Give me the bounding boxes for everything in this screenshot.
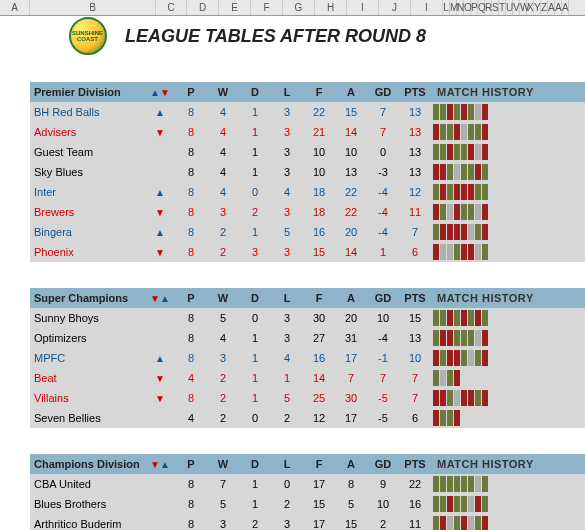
col-GD[interactable]: GD [367,292,399,304]
col-W[interactable]: W [207,458,239,470]
stat-D: 0 [239,412,271,424]
stat-A: 10 [335,146,367,158]
hist-w [433,496,439,512]
col-GD[interactable]: GD [367,86,399,98]
col-F[interactable]: F [303,86,335,98]
col-F[interactable]: F [303,458,335,470]
col-L[interactable]: L [271,86,303,98]
stat-PTS: 11 [399,206,431,218]
stat-W: 4 [207,126,239,138]
stat-F: 18 [303,186,335,198]
stat-F: 25 [303,392,335,404]
match-history [431,496,585,512]
sort-arrows[interactable]: ▼▲ [145,293,175,304]
stat-GD: -3 [367,166,399,178]
table-row: Sunny Bhoys850330201015 [30,308,585,328]
hist-w [461,204,467,220]
table-row: BH Red Balls▲84132215713 [30,102,585,122]
sort-arrows[interactable]: ▼▲ [145,459,175,470]
stat-F: 15 [303,246,335,258]
stat-PTS: 22 [399,478,431,490]
col-D[interactable]: D [239,458,271,470]
stat-F: 21 [303,126,335,138]
hist-d [475,104,481,120]
stat-L: 3 [271,518,303,530]
division-name: Super Champions [30,292,145,304]
hist-l [482,224,488,240]
stat-F: 17 [303,518,335,530]
hist-l [482,104,488,120]
stat-PTS: 13 [399,106,431,118]
hist-w [440,310,446,326]
col-PTS[interactable]: PTS [399,458,431,470]
hist-w [454,144,460,160]
stat-W: 4 [207,146,239,158]
hist-w [440,350,446,366]
col-P[interactable]: P [175,292,207,304]
stat-W: 5 [207,498,239,510]
stat-PTS: 11 [399,518,431,530]
hist-l [440,224,446,240]
col-D[interactable]: D [239,86,271,98]
col-PTS[interactable]: PTS [399,86,431,98]
table-row: MPFC▲83141617-110 [30,348,585,368]
stat-D: 1 [239,332,271,344]
stat-P: 8 [175,478,207,490]
table-row: CBA United8710178922 [30,474,585,494]
hist-d [454,164,460,180]
col-L[interactable]: L [271,458,303,470]
match-history [431,350,585,366]
team-name: Advisers [30,126,145,138]
hist-d [440,244,446,260]
stat-W: 4 [207,332,239,344]
hist-l [461,224,467,240]
team-name: Blues Brothers [30,498,145,510]
sort-arrows[interactable]: ▲▼ [145,87,175,98]
column-headers: ABCDEFGHIJILMNOPQRSTUVWXYZAAA [0,0,585,16]
hist-l [468,184,474,200]
hist-l [454,124,460,140]
stat-W: 4 [207,106,239,118]
col-A[interactable]: A [335,86,367,98]
title-row: SUNSHINECOAST LEAGUE TABLES AFTER ROUND … [30,16,585,56]
hist-w [475,124,481,140]
hist-e [482,410,488,426]
hist-w [440,496,446,512]
col-A[interactable]: A [335,292,367,304]
col-W[interactable]: W [207,292,239,304]
history-header: MATCH HISTORY [431,292,585,304]
col-P[interactable]: P [175,458,207,470]
stat-L: 2 [271,412,303,424]
stat-W: 3 [207,518,239,530]
stat-L: 5 [271,226,303,238]
hist-w [454,310,460,326]
col-L[interactable]: L [271,292,303,304]
stat-GD: 0 [367,146,399,158]
col-F[interactable]: F [303,292,335,304]
move-arrow: ▼ [145,373,175,384]
hist-w [440,476,446,492]
col-A[interactable]: A [335,458,367,470]
col-D[interactable]: D [239,292,271,304]
stat-F: 12 [303,412,335,424]
stat-GD: 7 [367,372,399,384]
col-P[interactable]: P [175,86,207,98]
hist-l [440,164,446,180]
hist-l [447,104,453,120]
col-PTS[interactable]: PTS [399,292,431,304]
match-history [431,244,585,260]
team-name: Phoenix [30,246,145,258]
col-GD[interactable]: GD [367,458,399,470]
stat-P: 8 [175,146,207,158]
stat-P: 8 [175,352,207,364]
hist-l [468,390,474,406]
hist-w [433,330,439,346]
hist-l [482,390,488,406]
stat-F: 17 [303,478,335,490]
stat-W: 2 [207,372,239,384]
stat-D: 1 [239,478,271,490]
col-W[interactable]: W [207,86,239,98]
stat-PTS: 16 [399,498,431,510]
hist-w [468,204,474,220]
hist-l [482,350,488,366]
